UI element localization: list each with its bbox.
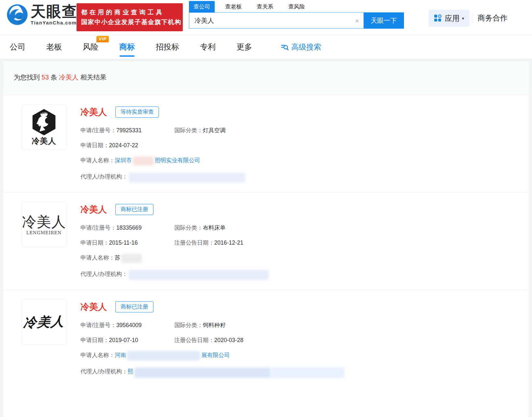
apps-menu-button[interactable]: 应用 ▾ bbox=[429, 10, 469, 27]
trademark-result-card: 冷美人 LENGMEIREN 冷美人 商标已注册 申请/注册号：18335669… bbox=[3, 192, 529, 290]
advanced-search-button[interactable]: 高级搜索 bbox=[281, 42, 321, 52]
applicant-name: 苏 bbox=[115, 254, 121, 263]
tianyancha-eye-icon bbox=[7, 4, 28, 25]
tab-patent[interactable]: 专利 bbox=[200, 35, 216, 59]
redacted-text bbox=[271, 367, 345, 378]
apply-date-value: 2024-07-22 bbox=[109, 142, 138, 149]
promo-banner: 都在用的商业查询工具 国家中小企业发展子基金旗下机构 bbox=[77, 3, 183, 31]
status-badge: 商标已注册 bbox=[115, 204, 153, 215]
caret-down-icon: ▾ bbox=[462, 16, 464, 21]
search-tabs: 查公司 查老板 查关系 查风险 bbox=[189, 1, 404, 12]
applicant-link[interactable]: 河南 bbox=[115, 351, 126, 360]
applicant-link[interactable]: 展有限公司 bbox=[201, 351, 230, 360]
apps-label: 应用 bbox=[445, 13, 460, 23]
trademark-name-link[interactable]: 冷美人 bbox=[80, 204, 107, 215]
reg-no-value: 18335669 bbox=[116, 224, 142, 231]
redacted-text bbox=[133, 156, 154, 165]
intl-class-value: 灯具空调 bbox=[203, 127, 226, 134]
promo-line-2: 国家中小企业发展子基金旗下机构 bbox=[81, 17, 178, 27]
trademark-result-card: 冷美人 冷美人 商标已注册 申请/注册号：39564009 国际分类：饲料种籽 … bbox=[3, 290, 529, 388]
brand-domain: TianYanCha.com bbox=[31, 20, 78, 25]
summary-mid: 条 bbox=[49, 74, 59, 81]
trademark-image-caption: 冷美人 bbox=[32, 136, 56, 146]
summary-count: 53 bbox=[42, 74, 49, 81]
reg-no-label: 申请/注册号： bbox=[80, 224, 116, 231]
apply-date-label: 申请日期： bbox=[80, 337, 109, 343]
results-summary-bar: 为您找到 53 条 冷美人 相关结果 bbox=[3, 61, 529, 95]
intl-class-label: 国际分类： bbox=[174, 224, 203, 231]
trademark-result-card: 冷美人 冷美人 等待实质审查 申请/注册号：79925331 国际分类：灯具空调… bbox=[3, 95, 529, 192]
intl-class-value: 饲料种籽 bbox=[203, 322, 226, 328]
trademark-image-serif[interactable]: 冷美人 LENGMEIREN bbox=[21, 202, 67, 247]
business-cooperation-link[interactable]: 商务合作 bbox=[478, 13, 508, 23]
apply-date-value: 2015-11-16 bbox=[109, 239, 138, 246]
redacted-text bbox=[127, 351, 200, 360]
trademark-name-link[interactable]: 冷美人 bbox=[80, 301, 107, 313]
reg-no-value: 79925331 bbox=[116, 127, 142, 134]
advanced-search-icon bbox=[281, 43, 289, 51]
pub-date-value: 2020-03-28 bbox=[214, 337, 244, 343]
apply-date-label: 申请日期： bbox=[80, 142, 109, 149]
advanced-search-label: 高级搜索 bbox=[291, 42, 321, 52]
agent-link[interactable]: 熙 bbox=[128, 367, 134, 378]
tianyancha-logo[interactable]: 天眼查 TianYanCha.com bbox=[7, 4, 78, 25]
redacted-text bbox=[134, 367, 271, 378]
agent-label: 代理人/办理机构： bbox=[80, 270, 128, 280]
applicant-link[interactable]: 深圳市 bbox=[115, 156, 132, 165]
intl-class-label: 国际分类： bbox=[174, 127, 203, 134]
agent-label: 代理人/办理机构： bbox=[80, 173, 128, 182]
search-box: × 天眼一下 bbox=[189, 12, 404, 29]
status-badge: 等待实质审查 bbox=[115, 107, 159, 118]
apply-date-label: 申请日期： bbox=[80, 239, 109, 246]
applicant-link[interactable]: 照明实业有限公司 bbox=[155, 156, 200, 165]
intl-class-label: 国际分类： bbox=[174, 322, 203, 328]
trademark-image-queen[interactable]: 冷美人 bbox=[21, 104, 67, 150]
summary-keyword: 冷美人 bbox=[59, 74, 79, 81]
site-header: 天眼查 TianYanCha.com 都在用的商业查询工具 国家中小企业发展子基… bbox=[0, 0, 532, 35]
apply-date-value: 2019-07-10 bbox=[109, 337, 138, 343]
header-divider bbox=[472, 13, 472, 23]
trademark-name-link[interactable]: 冷美人 bbox=[80, 106, 107, 118]
status-badge: 商标已注册 bbox=[115, 301, 153, 312]
redacted-text bbox=[129, 270, 269, 280]
search-tab-company[interactable]: 查公司 bbox=[189, 1, 215, 12]
brand-name: 天眼查 bbox=[31, 4, 78, 19]
reg-no-label: 申请/注册号： bbox=[80, 127, 116, 134]
search-tab-boss[interactable]: 查老板 bbox=[221, 1, 246, 12]
search-tab-relation[interactable]: 查关系 bbox=[252, 1, 278, 12]
applicant-label: 申请人名称： bbox=[80, 254, 115, 263]
apps-grid-icon bbox=[434, 14, 442, 22]
search-area: 查公司 查老板 查关系 查风险 × 天眼一下 bbox=[189, 1, 404, 29]
tab-boss[interactable]: 老板 bbox=[46, 35, 62, 59]
trademark-image-text: 冷美人 bbox=[23, 312, 65, 331]
pub-date-label: 注册公告日期： bbox=[174, 239, 214, 246]
pub-date-value: 2016-12-21 bbox=[214, 239, 244, 246]
trademark-image-script[interactable]: 冷美人 bbox=[21, 299, 67, 345]
redacted-text bbox=[122, 254, 142, 263]
pub-date-label: 注册公告日期： bbox=[174, 337, 214, 343]
agent-label: 代理人/办理机构： bbox=[80, 367, 128, 378]
summary-prefix: 为您找到 bbox=[14, 74, 42, 81]
tab-bidding[interactable]: 招投标 bbox=[156, 35, 179, 59]
applicant-label: 申请人名称： bbox=[80, 351, 115, 360]
tab-risk-label: 风险 bbox=[83, 42, 98, 52]
promo-line-1: 都在用的商业查询工具 bbox=[81, 7, 178, 17]
tab-more[interactable]: 更多 bbox=[237, 35, 252, 59]
search-input-wrap: × bbox=[189, 12, 364, 29]
tab-trademark[interactable]: 商标 bbox=[119, 35, 135, 59]
tab-risk[interactable]: 风险 VIP bbox=[83, 35, 98, 59]
applicant-label: 申请人名称： bbox=[80, 156, 115, 165]
vip-badge: VIP bbox=[96, 36, 109, 42]
tab-company[interactable]: 公司 bbox=[10, 35, 25, 59]
clear-search-icon[interactable]: × bbox=[355, 17, 359, 25]
search-tab-risk[interactable]: 查风险 bbox=[284, 1, 309, 12]
trademark-image-text: 冷美人 bbox=[22, 214, 66, 230]
reg-no-label: 申请/注册号： bbox=[80, 322, 116, 328]
redacted-text bbox=[129, 173, 245, 182]
trademark-image-subtext: LENGMEIREN bbox=[26, 230, 62, 235]
intl-class-value: 布料床单 bbox=[203, 224, 226, 231]
results-panel: 为您找到 53 条 冷美人 相关结果 冷美人 冷美人 等待实质审查 申请/注册号 bbox=[3, 61, 529, 417]
search-input[interactable] bbox=[189, 13, 364, 28]
queen-hexagon-icon bbox=[30, 109, 58, 135]
search-submit-button[interactable]: 天眼一下 bbox=[364, 12, 404, 29]
